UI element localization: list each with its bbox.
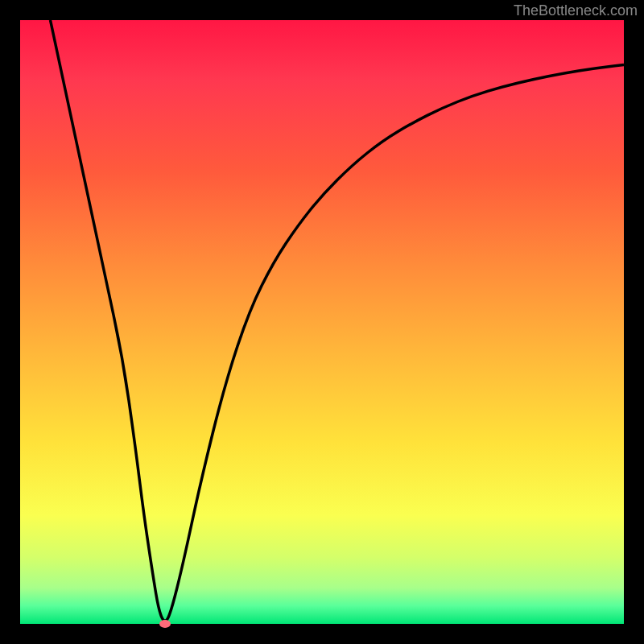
curve-svg: [20, 20, 624, 624]
bottleneck-curve: [51, 20, 625, 621]
watermark-text: TheBottleneck.com: [514, 2, 638, 19]
chart-container: TheBottleneck.com: [0, 0, 644, 644]
minimum-marker: [159, 620, 171, 628]
plot-area: [20, 20, 624, 624]
